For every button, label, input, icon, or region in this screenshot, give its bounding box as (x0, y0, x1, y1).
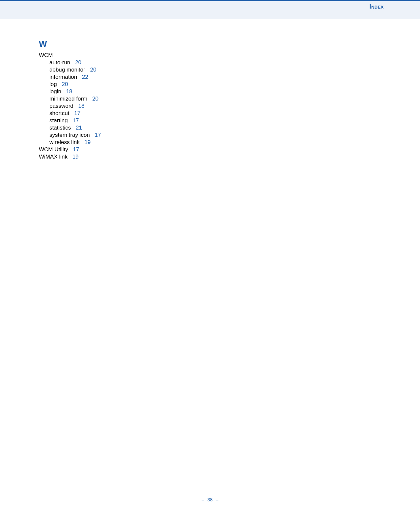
page-reference-link[interactable]: 18 (66, 88, 72, 95)
index-sub-entry: system tray icon 17 (49, 132, 420, 139)
index-sub-term: auto-run (49, 59, 70, 66)
footer-page-number: 38 (208, 497, 213, 502)
header-title: Index (369, 3, 384, 10)
index-sub-term: debug monitor (49, 67, 85, 73)
page-reference-link[interactable]: 19 (84, 139, 91, 145)
index-sub-entry: starting 17 (49, 117, 420, 124)
page-reference-link[interactable]: 17 (74, 110, 80, 116)
page-reference-link[interactable]: 17 (95, 132, 101, 138)
index-sub-term: information (49, 74, 77, 80)
index-sub-term: starting (49, 117, 68, 124)
index-sub-term: wireless link (49, 139, 80, 145)
page-reference-link[interactable]: 21 (76, 125, 82, 131)
index-sub-entry: auto-run 20 (49, 59, 420, 66)
index-entry: WCM (39, 52, 420, 59)
index-sub-term: login (49, 88, 61, 95)
index-sub-entry: minimized form 20 (49, 95, 420, 103)
index-sub-term: minimized form (49, 96, 87, 102)
index-letter-heading: W (39, 39, 420, 49)
index-sub-term: password (49, 103, 73, 109)
page-reference-link[interactable]: 20 (62, 81, 68, 87)
header-band: Index (0, 1, 420, 19)
index-sub-entry: information 22 (49, 74, 420, 81)
index-entry: WCM Utility 17 (39, 146, 420, 153)
page-reference-link[interactable]: 20 (92, 96, 98, 102)
page-reference-link[interactable]: 19 (72, 154, 79, 160)
index-entry: WiMAX link 19 (39, 153, 420, 161)
index-sub-term: statistics (49, 125, 71, 131)
index-term: WCM (39, 52, 53, 58)
index-sub-entry: wireless link 19 (49, 139, 420, 146)
index-term: WCM Utility (39, 146, 68, 153)
page-reference-link[interactable]: 18 (78, 103, 85, 109)
index-sub-entry: shortcut 17 (49, 110, 420, 117)
index-sub-entry: debug monitor 20 (49, 66, 420, 74)
page-reference-link[interactable]: 17 (73, 146, 79, 153)
index-sub-entry: password 18 (49, 103, 420, 110)
page-footer: – 38 – (0, 497, 420, 502)
page-reference-link[interactable]: 22 (82, 74, 88, 80)
index-sub-entries: auto-run 20 debug monitor 20 information… (39, 59, 420, 146)
index-sub-term: log (49, 81, 57, 87)
index-content: W WCM auto-run 20 debug monitor 20 infor… (0, 19, 420, 161)
footer-dash-right: – (216, 497, 218, 502)
index-term: WiMAX link (39, 154, 68, 160)
index-sub-term: shortcut (49, 110, 69, 116)
index-sub-entry: login 18 (49, 88, 420, 95)
page-reference-link[interactable]: 17 (72, 117, 79, 124)
index-sub-term: system tray icon (49, 132, 90, 138)
index-sub-entry: log 20 (49, 81, 420, 88)
footer-dash-left: – (202, 497, 204, 502)
index-sub-entry: statistics 21 (49, 124, 420, 132)
page-reference-link[interactable]: 20 (75, 59, 81, 66)
page-reference-link[interactable]: 20 (90, 67, 96, 73)
